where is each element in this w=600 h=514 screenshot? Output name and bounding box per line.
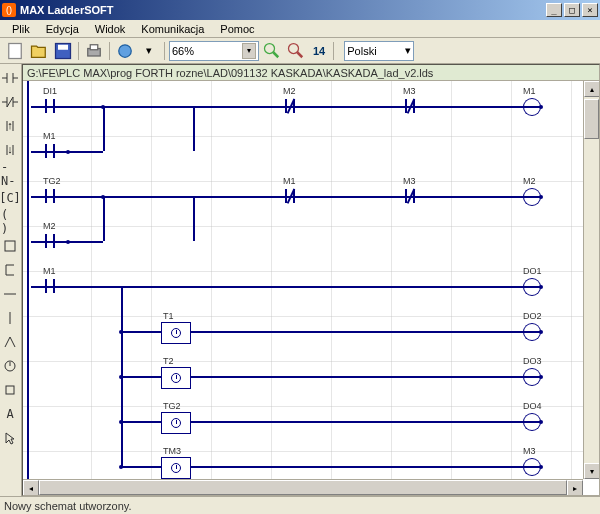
rung-number: 14 (313, 45, 325, 57)
ladder-element[interactable] (41, 232, 59, 250)
ladder-element[interactable] (41, 142, 59, 160)
ladder-element[interactable] (161, 367, 191, 389)
menu-widok[interactable]: Widok (87, 21, 134, 37)
tool-contact-n[interactable]: ↓ (0, 138, 20, 162)
tool-contact-p[interactable]: ↑ (0, 114, 20, 138)
tool-select[interactable] (0, 426, 20, 450)
element-label: TM3 (163, 446, 181, 456)
ladder-element[interactable] (401, 187, 419, 205)
ladder-element[interactable] (401, 97, 419, 115)
menubar: Plik Edycja Widok Komunikacja Pomoc (0, 20, 600, 38)
svg-point-8 (289, 43, 299, 53)
zoom-in-button[interactable] (261, 40, 283, 62)
tool-branch[interactable] (0, 258, 20, 282)
element-label: M2 (43, 221, 56, 231)
tool-contact-nc[interactable] (0, 90, 20, 114)
chevron-down-icon[interactable]: ▾ (405, 44, 411, 57)
separator (78, 42, 79, 60)
tool-contact-no[interactable] (0, 66, 20, 90)
zoom-out-button[interactable] (285, 40, 307, 62)
element-label: TG2 (163, 401, 181, 411)
zoom-combo[interactable]: ▾ (169, 41, 259, 61)
tool-timer[interactable] (0, 354, 20, 378)
ladder-element[interactable] (281, 187, 299, 205)
svg-rect-25 (5, 241, 15, 251)
separator (333, 42, 334, 60)
svg-point-5 (119, 44, 132, 57)
element-label: DO2 (523, 311, 542, 321)
element-label: M1 (523, 86, 536, 96)
vertical-scrollbar[interactable]: ▴ ▾ (583, 81, 599, 479)
menu-komunikacja[interactable]: Komunikacja (133, 21, 212, 37)
element-label: M3 (403, 176, 416, 186)
close-button[interactable]: × (582, 3, 598, 17)
scroll-down-button[interactable]: ▾ (584, 463, 600, 479)
diagram-area: G:\FE\PLC MAX\prog FORTH rozne\LAD\09113… (22, 64, 600, 496)
svg-text:↑: ↑ (7, 119, 13, 131)
element-label: T2 (163, 356, 174, 366)
tool-not[interactable]: -N- (0, 162, 20, 186)
element-label: M2 (523, 176, 536, 186)
tool-coil[interactable]: ( ) (0, 210, 20, 234)
app-icon: () (2, 3, 16, 17)
tool-text[interactable]: A (0, 402, 20, 426)
open-button[interactable] (28, 40, 50, 62)
tool-jump[interactable] (0, 330, 20, 354)
ladder-canvas[interactable]: DI1M2M3M1M1TG2M1M3M2M2M1DO1T1DO2T2DO3TG2… (23, 81, 583, 479)
zoom-input[interactable] (172, 45, 242, 57)
chevron-down-icon[interactable]: ▾ (242, 43, 256, 59)
horizontal-scrollbar[interactable]: ◂ ▸ (23, 479, 583, 495)
scroll-thumb[interactable] (584, 99, 599, 139)
path-bar: G:\FE\PLC MAX\prog FORTH rozne\LAD\09113… (23, 65, 599, 81)
svg-rect-4 (90, 44, 98, 49)
maximize-button[interactable]: □ (564, 3, 580, 17)
dropdown-icon[interactable]: ▾ (138, 40, 160, 62)
svg-point-6 (265, 43, 275, 53)
language-combo[interactable]: Polski ▾ (344, 41, 414, 61)
ladder-element[interactable] (161, 412, 191, 434)
print-button[interactable] (83, 40, 105, 62)
settings-button[interactable] (114, 40, 136, 62)
ladder-element[interactable] (41, 187, 59, 205)
tool-compare[interactable]: [C] (0, 186, 20, 210)
element-label: DO1 (523, 266, 542, 276)
statusbar: Nowy schemat utworzony. (0, 496, 600, 514)
tool-function[interactable] (0, 234, 20, 258)
minimize-button[interactable]: _ (546, 3, 562, 17)
element-label: DO3 (523, 356, 542, 366)
svg-rect-33 (6, 386, 14, 394)
scroll-right-button[interactable]: ▸ (567, 480, 583, 496)
ladder-element[interactable] (281, 97, 299, 115)
svg-line-9 (297, 52, 302, 57)
status-text: Nowy schemat utworzony. (4, 500, 132, 512)
tool-palette: ↑ ↓ -N- [C] ( ) A (0, 64, 22, 496)
ladder-element[interactable] (161, 457, 191, 479)
tool-vline[interactable] (0, 306, 20, 330)
element-label: DI1 (43, 86, 57, 96)
menu-plik[interactable]: Plik (4, 21, 38, 37)
scroll-thumb[interactable] (39, 480, 567, 495)
element-label: M3 (403, 86, 416, 96)
element-label: M2 (283, 86, 296, 96)
app-title: MAX LadderSOFT (20, 4, 544, 16)
ladder-element[interactable] (41, 97, 59, 115)
element-label: M3 (523, 446, 536, 456)
ladder-element[interactable] (41, 277, 59, 295)
scroll-left-button[interactable]: ◂ (23, 480, 39, 496)
element-label: M1 (43, 266, 56, 276)
scroll-up-button[interactable]: ▴ (584, 81, 600, 97)
titlebar: () MAX LadderSOFT _ □ × (0, 0, 600, 20)
tool-hline[interactable] (0, 282, 20, 306)
element-label: M1 (43, 131, 56, 141)
svg-rect-2 (58, 44, 68, 49)
ladder-element[interactable] (161, 322, 191, 344)
toolbar: ▾ ▾ 14 Polski ▾ (0, 38, 600, 64)
menu-pomoc[interactable]: Pomoc (212, 21, 262, 37)
tool-counter[interactable] (0, 378, 20, 402)
svg-rect-0 (9, 43, 22, 58)
menu-edycja[interactable]: Edycja (38, 21, 87, 37)
file-path: G:\FE\PLC MAX\prog FORTH rozne\LAD\09113… (27, 67, 433, 79)
separator (164, 42, 165, 60)
new-button[interactable] (4, 40, 26, 62)
save-button[interactable] (52, 40, 74, 62)
